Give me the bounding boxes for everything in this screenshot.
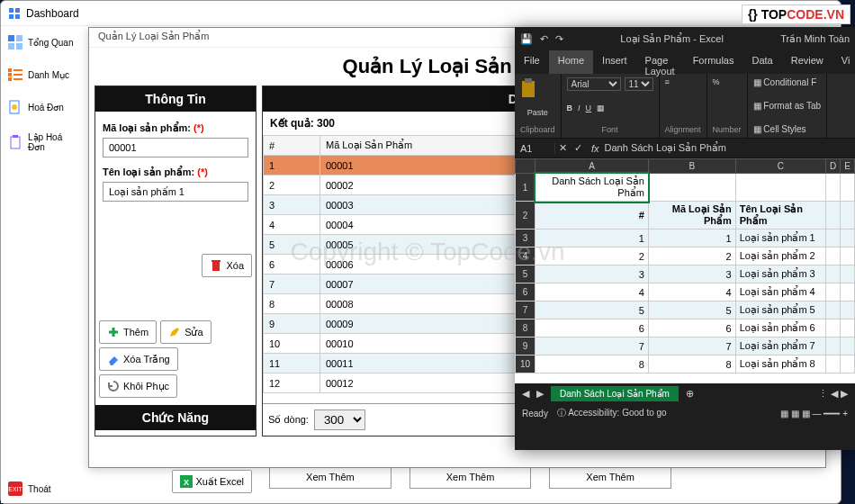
row-header[interactable]: 4	[516, 248, 536, 266]
add-button[interactable]: Thêm	[99, 320, 157, 344]
row-header[interactable]: 5	[516, 266, 536, 284]
cell[interactable]	[841, 174, 855, 202]
row-header[interactable]: 2	[516, 202, 536, 230]
cell[interactable]	[841, 284, 855, 302]
cell[interactable]	[826, 284, 841, 302]
row-header[interactable]: 9	[516, 338, 536, 356]
cell[interactable]	[826, 320, 841, 338]
conditional-format-button[interactable]: ▦ Conditional F	[753, 77, 817, 87]
cell[interactable]	[841, 338, 855, 356]
cell[interactable]	[841, 302, 855, 320]
ribbon-tab-review[interactable]: Review	[782, 50, 832, 74]
col-header[interactable]: D	[826, 159, 841, 174]
accessibility-status[interactable]: ⓘ Accessibility: Good to go	[557, 407, 667, 419]
row-header[interactable]: 6	[516, 284, 536, 302]
bold-button[interactable]: B	[567, 104, 573, 112]
sidebar-item-new-invoice[interactable]: Lập Hoá Đơn	[1, 123, 86, 161]
code-input[interactable]	[103, 138, 248, 158]
view-more-button[interactable]: Xem Thêm	[410, 465, 532, 489]
cell[interactable]	[841, 356, 855, 374]
cell[interactable]: 4	[648, 284, 735, 302]
spreadsheet[interactable]: ABCDE 1Danh Sách Loại Sản Phẩm2#Mã Loại …	[515, 158, 855, 383]
col-header[interactable]: C	[735, 159, 825, 174]
cell[interactable]: 7	[648, 338, 735, 356]
cell[interactable]: Loại sản phẩm 4	[735, 284, 825, 302]
cell[interactable]: Loại sản phẩm 5	[735, 302, 825, 320]
cell[interactable]: Mã Loại Sản Phẩm	[648, 202, 735, 230]
ribbon-tab-home[interactable]: Home	[549, 50, 593, 74]
sidebar-item-overview[interactable]: Tổng Quan	[1, 26, 86, 58]
row-header[interactable]: 10	[516, 356, 536, 374]
sidebar-exit[interactable]: EXITThoát	[8, 482, 51, 496]
cell[interactable]: Loại sản phẩm 7	[735, 338, 825, 356]
cell[interactable]: 8	[536, 356, 649, 374]
cell[interactable]: 2	[648, 248, 735, 266]
cell-styles-button[interactable]: ▦ Cell Styles	[753, 124, 806, 134]
border-button[interactable]: ▦	[597, 104, 605, 112]
cell[interactable]	[841, 230, 855, 248]
cell[interactable]	[841, 202, 855, 230]
column-header[interactable]: #	[264, 136, 320, 156]
cell[interactable]	[826, 248, 841, 266]
col-header[interactable]: E	[841, 159, 855, 174]
cell[interactable]	[735, 174, 825, 202]
window-title-bar[interactable]: Dashboard	[1, 1, 841, 26]
cell[interactable]	[826, 266, 841, 284]
underline-button[interactable]: U	[586, 104, 592, 112]
view-more-button[interactable]: Xem Thêm	[269, 465, 392, 489]
font-select[interactable]: Arial	[567, 77, 621, 91]
rows-select[interactable]: 300	[314, 410, 365, 430]
undo-icon[interactable]: ↶	[540, 33, 548, 45]
row-header[interactable]: 1	[516, 174, 536, 202]
cell[interactable]: Loại sản phẩm 8	[735, 356, 825, 374]
cell[interactable]: 2	[536, 248, 649, 266]
restore-button[interactable]: Khôi Phục	[99, 374, 177, 398]
cell[interactable]: Loại sản phẩm 3	[735, 266, 825, 284]
cell[interactable]	[826, 202, 841, 230]
col-header[interactable]: A	[536, 159, 649, 174]
ribbon-tab-insert[interactable]: Insert	[593, 50, 636, 74]
cell[interactable]	[648, 174, 735, 202]
cell[interactable]: 1	[648, 230, 735, 248]
cell[interactable]	[826, 174, 841, 202]
cell[interactable]: 6	[536, 320, 649, 338]
ribbon-tab-formulas[interactable]: Formulas	[684, 50, 743, 74]
zoom-controls[interactable]: ▦ ▦ ▦ — ━━━ +	[780, 409, 848, 418]
sheet-scroll[interactable]: ⋮ ◀ ▶	[818, 388, 848, 400]
paste-icon[interactable]	[520, 77, 538, 99]
edit-button[interactable]: Sửa	[160, 320, 211, 344]
excel-title-bar[interactable]: 💾 ↶ ↷ Loại Sản Phẩm - Excel Trần Minh To…	[515, 27, 855, 50]
italic-button[interactable]: I	[578, 104, 580, 112]
cell[interactable]: 5	[648, 302, 735, 320]
sheet-nav-prev[interactable]: ◀	[522, 388, 529, 400]
row-header[interactable]: 3	[516, 230, 536, 248]
delete-button[interactable]: Xóa	[202, 254, 252, 277]
cell[interactable]: Loại sản phẩm 6	[735, 320, 825, 338]
size-select[interactable]: 11	[625, 77, 653, 91]
formula-input[interactable]: Danh Sách Loại Sản Phẩm	[605, 142, 726, 154]
save-icon[interactable]: 💾	[520, 33, 533, 45]
ribbon-tab-data[interactable]: Data	[742, 50, 781, 74]
cell[interactable]: Tên Loại Sản Phẩm	[735, 202, 825, 230]
view-more-button[interactable]: Xem Thêm	[549, 465, 671, 489]
fx-cancel[interactable]: ✕	[555, 142, 571, 154]
cell[interactable]: 5	[536, 302, 649, 320]
cell[interactable]: Loại sản phẩm 2	[735, 248, 825, 266]
cell[interactable]: 3	[648, 266, 735, 284]
sidebar-item-category[interactable]: Danh Mục	[1, 58, 86, 91]
sheet-tab[interactable]: Danh Sách Loại Sản Phẩm	[551, 386, 679, 401]
cell[interactable]: 6	[648, 320, 735, 338]
fx-confirm[interactable]: ✓	[571, 142, 586, 154]
cell[interactable]: Loại sản phẩm 1	[735, 230, 825, 248]
cell[interactable]: 7	[536, 338, 649, 356]
name-input[interactable]	[103, 182, 248, 202]
export-excel-button[interactable]: XXuất Excel	[172, 470, 252, 493]
cell[interactable]: 4	[536, 284, 649, 302]
cell[interactable]	[841, 320, 855, 338]
cell[interactable]	[826, 230, 841, 248]
cell[interactable]	[826, 338, 841, 356]
cell[interactable]	[826, 302, 841, 320]
add-sheet-button[interactable]: ⊕	[686, 388, 694, 400]
name-box[interactable]: A1	[515, 143, 555, 154]
cell[interactable]: 1	[536, 230, 649, 248]
